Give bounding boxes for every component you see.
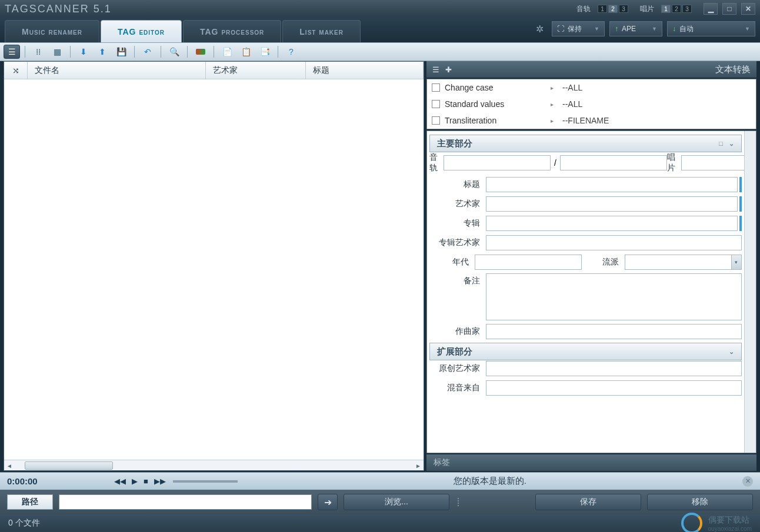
tab-list-maker[interactable]: List maker xyxy=(282,20,361,42)
tab-tag-editor[interactable]: TAG editor xyxy=(101,20,182,42)
tab-tag-processor[interactable]: TAG processor xyxy=(183,20,281,42)
app-title: TAGSCANNER 5.1 xyxy=(5,3,576,15)
label-orig-artist: 原创艺术家 xyxy=(429,363,486,374)
main-section-header[interactable]: 主要部分 □ ⌄ xyxy=(429,135,742,152)
seek-bar[interactable] xyxy=(173,480,238,483)
tab-tools: ✲ ⛶ 保持 ▼ ↑ APE ▼ ↓ 自动 ▼ xyxy=(532,18,755,42)
field-indicator xyxy=(739,177,742,192)
input-disc-num[interactable] xyxy=(681,155,744,170)
path-label: 路径 xyxy=(7,494,53,510)
track-badge-2[interactable]: 2 xyxy=(608,5,618,13)
search-icon[interactable]: 🔍 xyxy=(166,45,182,59)
main-area: ⤭ 文件名 艺术家 标题 ◄ ► ☰ ✚ 文本转换 xyxy=(0,61,760,472)
transform-row[interactable]: Standard values ▸ --ALL xyxy=(427,96,756,112)
scroll-right-icon[interactable]: ► xyxy=(413,460,424,471)
input-remix[interactable] xyxy=(486,380,742,396)
field-indicator xyxy=(739,196,742,212)
label-artist: 艺术家 xyxy=(429,199,486,209)
input-album[interactable] xyxy=(486,216,738,231)
arrow-right-icon: ▸ xyxy=(551,118,562,124)
remove-button[interactable]: 移除 xyxy=(647,494,753,510)
file-copy-icon[interactable]: 📋 xyxy=(238,45,254,59)
track-badge-3[interactable]: 3 xyxy=(619,5,628,13)
play-icon[interactable]: ▶ xyxy=(132,477,138,486)
row-title: 标题 xyxy=(429,176,742,193)
genre-dropdown-icon[interactable]: ▾ xyxy=(732,255,742,270)
track-num-badges: 1 2 3 xyxy=(598,5,628,13)
color-swap-icon[interactable] xyxy=(192,45,209,59)
disc-num-badges: 1 2 3 xyxy=(661,5,692,13)
arrow-up-icon[interactable]: ⬆ xyxy=(94,45,111,59)
stop-icon[interactable]: ■ xyxy=(144,477,148,486)
transform-row[interactable]: Transliteration ▸ --FILENAME xyxy=(427,112,756,129)
square-icon[interactable]: □ xyxy=(719,140,723,148)
grid-large-icon[interactable]: ▦ xyxy=(49,45,65,59)
input-track-num[interactable] xyxy=(444,155,551,170)
scroll-thumb[interactable] xyxy=(25,461,113,470)
format-dropdown[interactable]: ↑ APE ▼ xyxy=(609,21,662,36)
watermark: 偶要下载站 ouyaoxiazai.com xyxy=(681,513,752,532)
checkbox[interactable] xyxy=(432,116,440,125)
disc-badge-3[interactable]: 3 xyxy=(682,5,692,13)
plus-icon[interactable]: ✚ xyxy=(445,65,452,74)
arrow-down-icon[interactable]: ⬇ xyxy=(75,45,92,59)
col-title[interactable]: 标题 xyxy=(306,62,424,79)
tab-music-renamer[interactable]: Music renamer xyxy=(5,20,99,42)
playback-controls: ◀◀ ▶ ■ ▶▶ xyxy=(114,477,166,486)
checkbox[interactable] xyxy=(432,83,440,92)
file-count: 0 个文件 xyxy=(8,518,40,528)
input-composer[interactable] xyxy=(486,324,742,339)
toolbar: ☰ ⁞⁞ ▦ ⬇ ⬆ 💾 ↶ 🔍 📄 📋 📑 ? xyxy=(0,42,760,61)
h-scrollbar[interactable]: ◄ ► xyxy=(4,460,424,470)
input-genre[interactable] xyxy=(625,255,732,270)
browse-button[interactable]: 浏览... xyxy=(344,494,449,510)
checkbox[interactable] xyxy=(432,100,440,108)
label-year: 年代 xyxy=(429,257,475,267)
prev-icon[interactable]: ◀◀ xyxy=(114,477,126,486)
input-year[interactable] xyxy=(475,255,582,270)
label-album: 专辑 xyxy=(429,218,486,229)
list-icon[interactable]: ☰ xyxy=(432,65,439,74)
col-filename[interactable]: 文件名 xyxy=(28,62,206,79)
chevron-down-icon[interactable]: ⌄ xyxy=(729,140,734,148)
keep-dropdown[interactable]: ⛶ 保持 ▼ xyxy=(552,21,605,36)
save-button[interactable]: 保存 xyxy=(535,494,641,510)
input-track-total[interactable] xyxy=(560,155,667,170)
track-badge-1[interactable]: 1 xyxy=(598,5,607,13)
scroll-left-icon[interactable]: ◄ xyxy=(4,460,15,471)
close-button[interactable]: ✕ xyxy=(741,3,755,15)
go-button[interactable]: ➜ xyxy=(318,494,338,510)
undo-icon[interactable]: ↶ xyxy=(139,45,156,59)
ext-section-header[interactable]: 扩展部分 ⌄ xyxy=(429,343,742,360)
transform-name: Change case xyxy=(445,83,551,92)
input-comment[interactable] xyxy=(486,273,742,320)
settings-gear-icon[interactable]: ✲ xyxy=(532,24,547,35)
transform-row[interactable]: Change case ▸ --ALL xyxy=(427,79,756,96)
input-title[interactable] xyxy=(486,177,738,192)
list-view-icon[interactable]: ☰ xyxy=(4,45,20,59)
input-artist[interactable] xyxy=(486,196,738,212)
dismiss-status-icon[interactable]: ✕ xyxy=(742,476,753,487)
file-new-icon[interactable]: 📄 xyxy=(219,45,235,59)
titlebar-controls: 音轨 1 2 3 唱片 1 2 3 ▁ □ ✕ xyxy=(576,3,755,15)
disc-badge-1[interactable]: 1 xyxy=(661,5,671,13)
chevron-down-icon[interactable]: ⌄ xyxy=(729,348,734,356)
minimize-button[interactable]: ▁ xyxy=(704,3,718,15)
help-icon[interactable]: ? xyxy=(283,45,299,59)
label-genre: 流派 xyxy=(582,257,624,267)
next-icon[interactable]: ▶▶ xyxy=(154,477,166,486)
input-album-artist[interactable] xyxy=(486,235,742,250)
slash-separator: / xyxy=(551,158,560,168)
input-orig-artist[interactable] xyxy=(486,361,742,376)
file-paste-icon[interactable]: 📑 xyxy=(256,45,273,59)
col-artist[interactable]: 艺术家 xyxy=(206,62,306,79)
disc-badge-2[interactable]: 2 xyxy=(672,5,681,13)
save-disk-icon[interactable]: 💾 xyxy=(113,45,129,59)
maximize-button[interactable]: □ xyxy=(722,3,736,15)
v-scrollbar[interactable] xyxy=(744,131,756,453)
grid-small-icon[interactable]: ⁞⁞ xyxy=(30,45,46,59)
path-input[interactable] xyxy=(59,494,312,510)
label-disc: 唱片 xyxy=(667,152,681,173)
col-shuffle-icon[interactable]: ⤭ xyxy=(4,62,28,79)
auto-dropdown[interactable]: ↓ 自动 ▼ xyxy=(667,21,755,36)
